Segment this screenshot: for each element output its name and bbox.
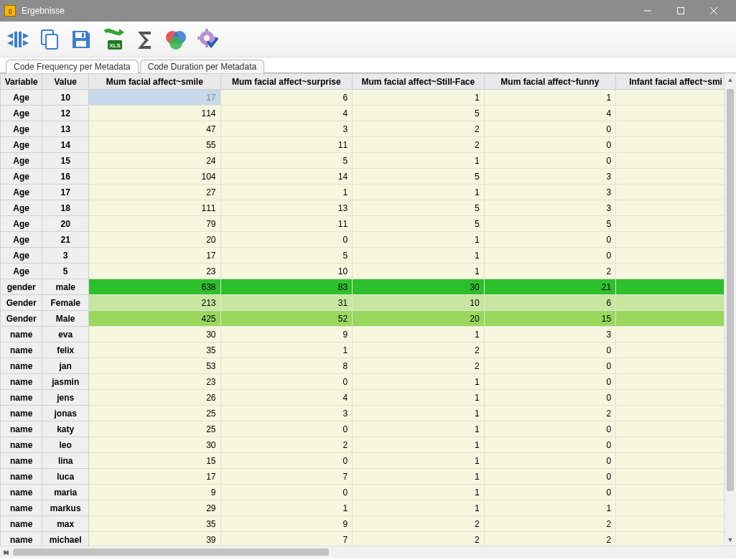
table-row[interactable]: gendermale638833021 [1, 279, 736, 295]
cell-data[interactable]: 14 [220, 169, 353, 185]
cell-data[interactable]: 6 [484, 295, 616, 311]
cell-data[interactable] [616, 169, 736, 185]
vertical-scrollbar[interactable]: ▲ ▼ [724, 73, 736, 546]
cell-data[interactable]: 10 [220, 263, 353, 279]
cell-data[interactable]: 29 [89, 500, 221, 516]
cell-data[interactable]: 25 [89, 406, 221, 421]
cell-data[interactable] [616, 469, 736, 485]
cell-data[interactable] [616, 232, 736, 248]
cell-data[interactable]: 0 [484, 453, 616, 469]
cell-data[interactable] [616, 453, 736, 469]
cell-data[interactable]: 1 [353, 437, 485, 453]
cell-data[interactable]: 4 [484, 106, 616, 121]
cell-data[interactable]: 2 [220, 437, 353, 453]
cell-data[interactable]: 5 [220, 153, 353, 169]
cell-data[interactable] [616, 516, 736, 532]
cell-data[interactable]: 9 [220, 327, 353, 342]
cell-data[interactable]: 0 [484, 342, 616, 358]
cell-data[interactable] [616, 342, 736, 358]
cell-data[interactable]: 0 [484, 248, 616, 263]
cell-data[interactable]: 53 [89, 358, 221, 374]
cell-data[interactable]: 3 [484, 185, 616, 200]
cell-data[interactable]: 8 [220, 358, 353, 374]
close-button[interactable] [697, 0, 730, 22]
cell-data[interactable] [616, 216, 736, 232]
cell-data[interactable]: 1 [484, 500, 616, 516]
cell-data[interactable]: 1 [220, 342, 353, 358]
cell-data[interactable] [616, 121, 736, 137]
table-row[interactable]: namelina15010 [1, 453, 736, 469]
cell-data[interactable] [616, 137, 736, 153]
table-row[interactable]: nameleo30210 [1, 437, 736, 453]
cell-data[interactable]: 30 [89, 327, 221, 342]
cell-data[interactable]: 9 [89, 485, 221, 500]
cell-data[interactable]: 2 [484, 516, 616, 532]
cell-data[interactable]: 213 [89, 295, 221, 311]
cell-data[interactable]: 1 [353, 185, 485, 200]
cell-data[interactable] [616, 185, 736, 200]
cell-data[interactable]: 5 [353, 106, 485, 121]
cell-data[interactable] [616, 406, 736, 421]
cell-data[interactable]: 1 [353, 390, 485, 406]
table-row[interactable]: namemaria9010 [1, 485, 736, 500]
cell-data[interactable]: 0 [484, 421, 616, 437]
cell-data[interactable]: 1 [353, 469, 485, 485]
cell-data[interactable] [616, 374, 736, 390]
tab-code-frequency[interactable]: Code Frequency per Metadata [6, 60, 139, 73]
cell-data[interactable]: 20 [353, 311, 485, 327]
cell-data[interactable] [616, 485, 736, 500]
table-row[interactable]: namejan53820 [1, 358, 736, 374]
col-value[interactable]: Value [42, 74, 89, 90]
copy-button[interactable] [37, 27, 62, 52]
maximize-button[interactable] [664, 0, 697, 22]
cell-data[interactable]: 1 [353, 374, 485, 390]
table-row[interactable]: Age1727113 [1, 185, 736, 200]
sum-button[interactable] [132, 27, 157, 52]
cell-data[interactable]: 0 [484, 390, 616, 406]
table-row[interactable]: Age14551120 [1, 137, 736, 153]
cell-data[interactable]: 30 [353, 279, 485, 295]
cell-data[interactable]: 0 [484, 469, 616, 485]
cell-data[interactable]: 3 [220, 406, 353, 421]
cell-data[interactable]: 30 [89, 437, 221, 453]
cell-data[interactable]: 55 [89, 137, 221, 153]
cell-data[interactable]: 47 [89, 121, 221, 137]
cell-data[interactable]: 6 [220, 90, 353, 106]
table-row[interactable]: Age5231012 [1, 263, 736, 279]
horizontal-scroll-thumb[interactable] [13, 549, 329, 556]
cell-data[interactable]: 1 [484, 90, 616, 106]
cell-data[interactable]: 3 [484, 200, 616, 216]
cell-data[interactable]: 1 [220, 500, 353, 516]
cell-data[interactable]: 104 [89, 169, 221, 185]
cell-data[interactable]: 1 [220, 185, 353, 200]
tab-code-duration[interactable]: Code Duration per Metadata [140, 60, 264, 73]
cell-data[interactable] [616, 358, 736, 374]
cell-data[interactable] [616, 437, 736, 453]
cell-data[interactable] [616, 106, 736, 121]
cell-data[interactable]: 0 [220, 374, 353, 390]
cell-data[interactable]: 0 [220, 421, 353, 437]
cell-data[interactable]: 0 [484, 137, 616, 153]
cell-data[interactable]: 25 [89, 421, 221, 437]
cell-data[interactable] [616, 532, 736, 546]
table-row[interactable]: namemarkus29111 [1, 500, 736, 516]
cell-data[interactable]: 26 [89, 390, 221, 406]
cell-data[interactable]: 3 [220, 121, 353, 137]
cell-data[interactable]: 7 [220, 532, 353, 546]
table-row[interactable]: Age317510 [1, 248, 736, 263]
cell-data[interactable]: 111 [89, 200, 221, 216]
cell-data[interactable]: 4 [220, 106, 353, 121]
col-surprise[interactable]: Mum facial affect~surprise [220, 74, 353, 90]
table-row[interactable]: Age2120010 [1, 232, 736, 248]
cell-data[interactable]: 2 [484, 406, 616, 421]
cell-data[interactable]: 114 [89, 106, 221, 121]
cell-data[interactable]: 1 [353, 248, 485, 263]
cell-data[interactable]: 15 [484, 311, 616, 327]
cell-data[interactable]: 83 [220, 279, 353, 295]
cell-data[interactable]: 17 [89, 248, 221, 263]
cell-data[interactable]: 2 [484, 263, 616, 279]
cell-data[interactable]: 425 [89, 311, 221, 327]
cell-data[interactable]: 1 [353, 421, 485, 437]
cell-data[interactable]: 1 [353, 232, 485, 248]
cell-data[interactable]: 15 [89, 453, 221, 469]
